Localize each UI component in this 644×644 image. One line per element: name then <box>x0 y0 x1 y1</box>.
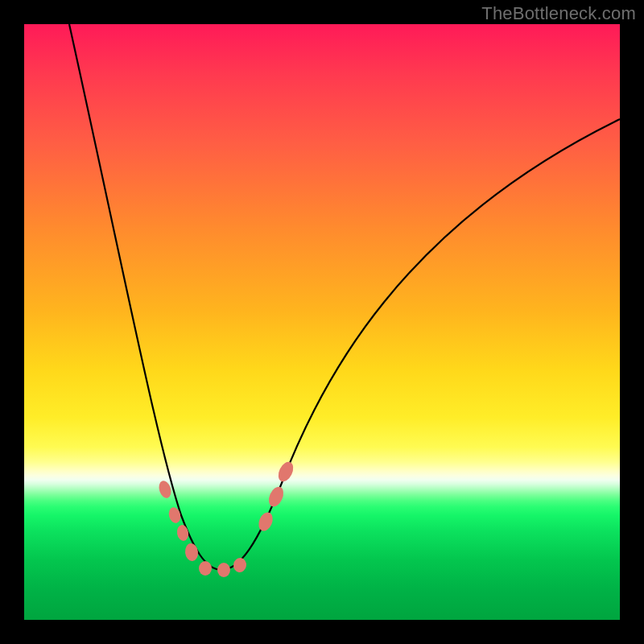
marker-dot <box>275 460 296 484</box>
curve-svg <box>24 24 620 620</box>
marker-dot <box>256 510 275 533</box>
marker-dot <box>199 561 212 576</box>
marker-dot <box>184 543 199 562</box>
marker-dot <box>175 524 189 542</box>
marker-group <box>157 460 296 577</box>
bottleneck-curve <box>69 24 620 570</box>
marker-dot <box>266 485 286 509</box>
marker-dot <box>217 563 230 577</box>
marker-dot <box>233 557 247 573</box>
watermark-text: TheBottleneck.com <box>481 3 636 24</box>
chart-frame: TheBottleneck.com <box>0 0 644 644</box>
plot-area <box>24 24 620 620</box>
